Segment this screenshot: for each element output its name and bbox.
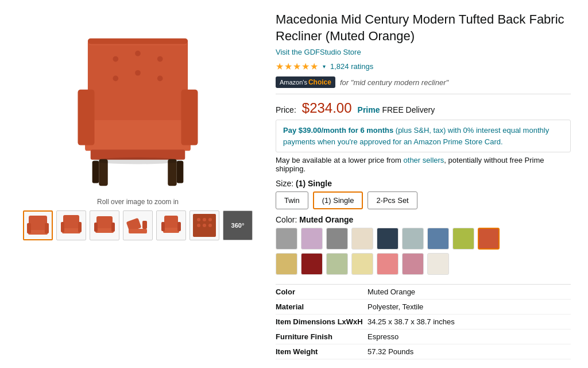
svg-rect-9 [181,90,198,145]
price-divider [276,94,571,94]
color-swatches [276,228,517,275]
color-swatch-pink[interactable] [377,253,399,275]
svg-rect-34 [163,228,179,233]
svg-point-1 [113,56,118,62]
color-swatch-light-gray[interactable] [402,228,424,250]
right-column: Macedonia Mid Century Modern Tufted Back… [276,12,571,359]
color-swatch-gray[interactable] [276,228,297,250]
amazon-choice-badge: Amazon's Choice [276,76,335,88]
thumbnail-4[interactable] [123,210,153,240]
svg-rect-26 [96,216,113,229]
svg-rect-20 [27,223,31,233]
spec-key: Color [276,288,368,296]
zoom-hint: Roll over image to zoom in [97,198,179,206]
star-4: ★ [301,61,310,72]
svg-rect-13 [92,161,99,183]
spec-key: Material [276,302,368,311]
color-swatch-muted-orange[interactable] [478,228,500,250]
ratings-count-link[interactable]: 1,824 ratings [330,62,373,71]
svg-rect-16 [88,39,188,44]
page-container: Roll over image to zoom in [0,0,588,368]
thumbnail-1[interactable] [23,210,53,240]
size-label: Size: (1) Single [276,179,571,188]
star-3: ★ [293,61,301,72]
installment-box: Pay $39.00/month for 6 months (plus S&H,… [276,120,571,152]
size-single[interactable]: (1) Single [313,191,363,209]
svg-point-4 [113,76,118,82]
svg-rect-21 [45,223,49,233]
svg-point-40 [208,218,212,221]
svg-point-43 [208,224,212,227]
color-swatch-sage[interactable] [326,253,348,275]
svg-rect-24 [61,222,64,232]
svg-point-3 [157,56,163,62]
star-5-half: ★ [310,61,318,72]
product-title: Macedonia Mid Century Modern Tufted Back… [276,12,571,44]
svg-point-38 [197,218,200,221]
svg-rect-8 [78,90,94,145]
color-selected-value: Muted Orange [299,215,353,224]
svg-rect-25 [78,222,82,232]
svg-point-2 [135,51,141,56]
spec-value: Espresso [368,332,399,341]
svg-point-41 [197,224,200,227]
color-swatch-dark-red[interactable] [301,253,323,275]
svg-point-42 [203,224,206,227]
svg-rect-14 [177,161,184,183]
spec-value: Polyester, Textile [368,302,423,311]
left-column: Roll over image to zoom in [17,12,258,359]
color-swatch-cream[interactable] [351,228,373,250]
thumbnail-6[interactable] [189,210,219,240]
thumbnail-360[interactable]: 360° [223,210,253,240]
price-amount: $234.00 [302,100,352,116]
spec-value: 34.25 x 38.7 x 38.7 inches [368,317,455,326]
size-options: Twin (1) Single 2-Pcs Set [276,191,571,209]
svg-rect-19 [28,230,48,235]
price-row: Price: $234.00 Prime FREE Delivery [276,100,571,116]
lower-price-text: May be available at a lower price from o… [276,156,571,173]
color-swatch-medium-gray[interactable] [326,228,348,250]
installment-amount: Pay $39.00/month for 6 months [283,126,393,135]
color-swatch-dark-navy[interactable] [377,228,399,250]
prime-delivery: Prime FREE Delivery [358,105,435,114]
spec-value: 57.32 Pounds [368,347,413,356]
rating-dropdown-chevron[interactable]: ▾ [323,63,326,70]
rating-row: ★ ★ ★ ★ ★ ▾ 1,824 ratings [276,61,571,72]
thumbnail-2[interactable] [56,210,86,240]
thumbnail-5[interactable] [156,210,186,240]
svg-rect-22 [63,215,79,229]
color-swatch-ivory[interactable] [427,253,449,275]
size-section: Size: (1) Single Twin (1) Single 2-Pcs S… [276,179,571,209]
other-sellers-link[interactable]: other sellers [404,156,444,164]
color-section: Color: Muted Orange [276,215,571,275]
thumbnail-strip: 360° [23,210,253,240]
svg-point-17 [94,158,183,164]
thumbnail-3[interactable] [90,210,119,240]
main-product-image[interactable] [29,12,247,195]
price-label: Price: [276,105,296,114]
svg-rect-23 [62,228,80,233]
svg-rect-27 [95,228,114,233]
size-2pcs[interactable]: 2-Pcs Set [368,191,417,209]
color-swatch-light-yellow[interactable] [351,253,373,275]
amazon-text: Amazon's [280,79,307,86]
spec-row: Item Weight57.32 Pounds [276,344,571,359]
prime-card-link[interactable]: Amazon Prime Store Card. [413,137,502,146]
specs-table: ColorMuted OrangeMaterialPolyester, Text… [276,284,571,359]
size-twin[interactable]: Twin [276,191,308,209]
color-swatch-mauve[interactable] [402,253,424,275]
color-swatch-steel-blue[interactable] [427,228,449,250]
spec-value: Muted Orange [368,288,415,296]
svg-rect-18 [29,216,47,231]
store-link[interactable]: Visit the GDFStudio Store [276,48,571,56]
delivery-text: FREE Delivery [382,105,435,114]
spec-row: Item Dimensions LxWxH34.25 x 38.7 x 38.7… [276,315,571,329]
svg-point-5 [135,70,141,76]
choice-text: Choice [308,78,331,86]
color-swatch-lavender[interactable] [301,228,323,250]
svg-rect-29 [111,223,115,232]
svg-rect-35 [161,222,165,231]
star-1: ★ [276,61,284,72]
color-swatch-olive[interactable] [452,228,474,250]
color-swatch-gold[interactable] [276,253,297,275]
